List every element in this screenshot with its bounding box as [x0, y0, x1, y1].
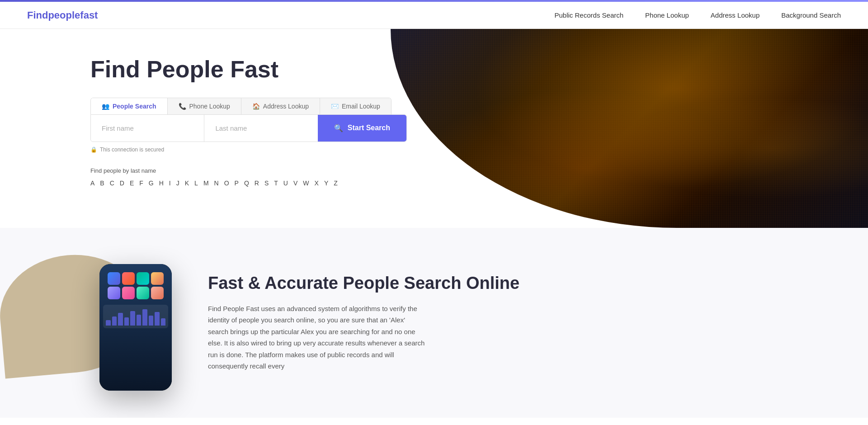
last-name-input[interactable] [204, 115, 317, 142]
tab-address-label: Address Lookup [263, 103, 309, 110]
phone-chart-bars [106, 307, 165, 326]
phone-bar-0 [106, 320, 111, 326]
alpha-letter-k[interactable]: K [185, 179, 189, 187]
phone-bar-4 [130, 311, 135, 326]
lower-description: Find People Fast uses an advanced system… [208, 303, 425, 372]
first-name-input[interactable] [91, 115, 204, 142]
phone-bar-2 [118, 313, 123, 326]
tab-phone-lookup[interactable]: 📞 Phone Lookup [168, 98, 241, 114]
app-icon-8 [151, 287, 164, 299]
alpha-letter-a[interactable]: A [90, 179, 94, 187]
app-icon-3 [137, 272, 149, 285]
tab-address-lookup[interactable]: 🏠 Address Lookup [241, 98, 320, 114]
alpha-letter-o[interactable]: O [224, 179, 229, 187]
phone-bar-9 [161, 318, 166, 326]
tab-email-label: Email Lookup [342, 103, 380, 110]
phone-bar-5 [137, 315, 142, 326]
start-search-button[interactable]: 🔍 Start Search [318, 115, 406, 142]
alpha-letter-z[interactable]: Z [334, 179, 338, 187]
nav-phone-lookup[interactable]: Phone Lookup [645, 11, 689, 19]
alphabet-label: Find people by last name [90, 167, 156, 174]
people-icon: 👥 [102, 103, 109, 110]
alpha-letter-c[interactable]: C [110, 179, 114, 187]
app-icon-7 [137, 287, 149, 299]
alpha-letter-g[interactable]: G [149, 179, 154, 187]
alpha-letter-w[interactable]: W [303, 179, 309, 187]
hero-content: Find People Fast 👥 People Search 📞 Phone… [90, 56, 407, 187]
nav-public-records[interactable]: Public Records Search [555, 11, 624, 19]
alphabet-section: Find people by last name ABCDEFGHIJKLMNO… [90, 167, 407, 187]
phone-screen [99, 264, 172, 391]
phone-bar-3 [124, 317, 129, 326]
search-button-label: Start Search [348, 124, 390, 132]
logo[interactable]: Findpeoplefast [27, 9, 98, 21]
alpha-letter-b[interactable]: B [100, 179, 104, 187]
security-text: This connection is secured [100, 146, 164, 153]
hero-section: Find People Fast 👥 People Search 📞 Phone… [0, 29, 868, 228]
search-tabs: 👥 People Search 📞 Phone Lookup 🏠 Address… [90, 98, 392, 114]
phone-image-container [0, 255, 172, 391]
email-icon: ✉️ [331, 103, 339, 110]
alpha-letter-p[interactable]: P [235, 179, 239, 187]
lock-icon: 🔒 [90, 146, 97, 153]
alpha-letter-e[interactable]: E [130, 179, 134, 187]
nav-address-lookup[interactable]: Address Lookup [711, 11, 760, 19]
phone-bar-7 [149, 316, 154, 326]
alpha-letter-x[interactable]: X [315, 179, 319, 187]
alpha-letter-v[interactable]: V [293, 179, 297, 187]
phone-app-grid [108, 272, 164, 299]
hero-background-image [391, 29, 868, 228]
lower-content: Fast & Accurate People Search Online Fin… [208, 255, 778, 372]
app-icon-4 [151, 272, 164, 285]
alpha-letter-d[interactable]: D [120, 179, 124, 187]
alpha-letter-f[interactable]: F [139, 179, 143, 187]
alpha-letter-m[interactable]: M [203, 179, 209, 187]
phone-icon: 📞 [179, 103, 186, 110]
lower-section: Fast & Accurate People Search Online Fin… [0, 228, 868, 418]
search-icon: 🔍 [334, 124, 343, 132]
alpha-letter-i[interactable]: I [169, 179, 171, 187]
header: Findpeoplefast Public Records Search Pho… [0, 2, 868, 29]
alphabet-letters: ABCDEFGHIJKLMNOPQRSTUVWXYZ [90, 179, 338, 187]
tab-people-label: People Search [113, 103, 156, 110]
search-box: 🔍 Start Search [90, 114, 407, 142]
main-nav: Public Records Search Phone Lookup Addre… [555, 11, 841, 19]
app-icon-6 [122, 287, 135, 299]
alpha-letter-j[interactable]: J [176, 179, 179, 187]
tab-people-search[interactable]: 👥 People Search [91, 98, 168, 114]
phone-bar-6 [142, 309, 147, 326]
nav-background-search[interactable]: Background Search [781, 11, 841, 19]
phone-mockup [99, 264, 172, 391]
alpha-letter-u[interactable]: U [283, 179, 288, 187]
alpha-letter-h[interactable]: H [159, 179, 164, 187]
alpha-letter-l[interactable]: L [194, 179, 198, 187]
alpha-letter-y[interactable]: Y [324, 179, 328, 187]
house-icon: 🏠 [252, 103, 260, 110]
alpha-letter-t[interactable]: T [274, 179, 278, 187]
app-icon-2 [122, 272, 135, 285]
alpha-letter-s[interactable]: S [264, 179, 269, 187]
lower-title: Fast & Accurate People Search Online [208, 273, 778, 294]
alpha-letter-n[interactable]: N [214, 179, 219, 187]
tab-email-lookup[interactable]: ✉️ Email Lookup [320, 98, 391, 114]
app-icon-1 [108, 272, 120, 285]
phone-bar-8 [155, 312, 160, 326]
alpha-letter-q[interactable]: Q [244, 179, 249, 187]
phone-bar-1 [112, 316, 117, 326]
alpha-letter-r[interactable]: R [255, 179, 259, 187]
app-icon-5 [108, 287, 120, 299]
hero-title: Find People Fast [90, 56, 407, 83]
security-note: 🔒 This connection is secured [90, 146, 407, 153]
tab-phone-label: Phone Lookup [189, 103, 230, 110]
phone-chart-area [103, 305, 168, 328]
